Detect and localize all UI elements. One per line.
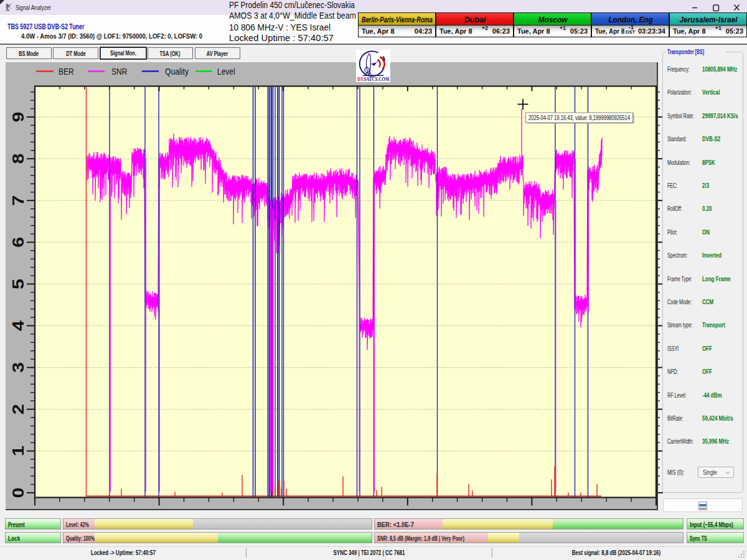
svg-text:BER: BER [59, 66, 74, 77]
svg-text:5: 5 [9, 279, 27, 289]
svg-text:DXSATCS.COM: DXSATCS.COM [357, 76, 390, 82]
svg-text:2025-04-07 19.16.43, value: 9,: 2025-04-07 19.16.43, value: 9,1999998092… [529, 114, 630, 121]
svg-text:Level: Level [217, 66, 235, 77]
svg-text:9: 9 [9, 112, 27, 123]
svg-text:8: 8 [9, 154, 27, 164]
svg-text:6: 6 [9, 237, 27, 248]
svg-text:SNR: SNR [111, 66, 127, 77]
svg-text:3: 3 [9, 362, 27, 373]
svg-text:7: 7 [9, 195, 27, 206]
svg-text:4: 4 [9, 320, 27, 331]
svg-text:2: 2 [9, 404, 27, 414]
svg-text:0: 0 [9, 487, 27, 498]
svg-text:Quality: Quality [165, 66, 189, 77]
svg-text:1: 1 [9, 446, 27, 456]
